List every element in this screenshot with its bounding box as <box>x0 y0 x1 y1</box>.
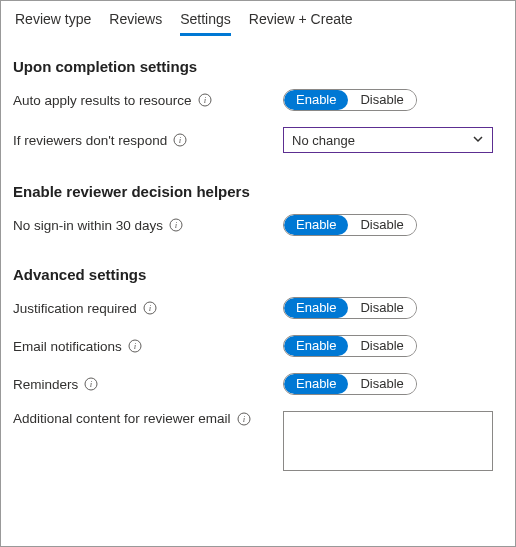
svg-text:i: i <box>134 341 137 351</box>
label-no-respond: If reviewers don't respond i <box>13 133 283 148</box>
tab-settings[interactable]: Settings <box>180 7 231 36</box>
tab-reviews[interactable]: Reviews <box>109 7 162 36</box>
select-no-respond-value: No change <box>292 133 355 148</box>
toggle-justification-enable[interactable]: Enable <box>284 298 348 318</box>
toggle-reminders-disable[interactable]: Disable <box>348 374 415 394</box>
label-auto-apply: Auto apply results to resource i <box>13 93 283 108</box>
row-no-respond: If reviewers don't respond i No change <box>13 127 503 153</box>
row-no-signin: No sign-in within 30 days i Enable Disab… <box>13 214 503 236</box>
svg-text:i: i <box>149 303 152 313</box>
label-reminders: Reminders i <box>13 377 283 392</box>
label-additional-content-text: Additional content for reviewer email <box>13 411 231 426</box>
label-reminders-text: Reminders <box>13 377 78 392</box>
section-title-advanced: Advanced settings <box>13 266 503 283</box>
label-email-notif: Email notifications i <box>13 339 283 354</box>
toggle-email-notif-enable[interactable]: Enable <box>284 336 348 356</box>
label-justification-text: Justification required <box>13 301 137 316</box>
label-no-respond-text: If reviewers don't respond <box>13 133 167 148</box>
content-area: Upon completion settings Auto apply resu… <box>1 36 515 497</box>
label-no-signin-text: No sign-in within 30 days <box>13 218 163 233</box>
settings-panel: Review type Reviews Settings Review + Cr… <box>0 0 516 547</box>
toggle-auto-apply-enable[interactable]: Enable <box>284 90 348 110</box>
toggle-auto-apply-disable[interactable]: Disable <box>348 90 415 110</box>
select-no-respond[interactable]: No change <box>283 127 493 153</box>
label-additional-content: Additional content for reviewer email i <box>13 411 283 426</box>
textarea-additional-content[interactable] <box>283 411 493 471</box>
tab-review-type[interactable]: Review type <box>15 7 91 36</box>
label-auto-apply-text: Auto apply results to resource <box>13 93 192 108</box>
info-icon[interactable]: i <box>198 93 212 107</box>
chevron-down-icon <box>472 133 484 148</box>
section-title-helpers: Enable reviewer decision helpers <box>13 183 503 200</box>
info-icon[interactable]: i <box>128 339 142 353</box>
row-justification: Justification required i Enable Disable <box>13 297 503 319</box>
row-additional-content: Additional content for reviewer email i <box>13 411 503 471</box>
svg-text:i: i <box>242 414 245 424</box>
toggle-no-signin[interactable]: Enable Disable <box>283 214 417 236</box>
info-icon[interactable]: i <box>169 218 183 232</box>
label-justification: Justification required i <box>13 301 283 316</box>
label-email-notif-text: Email notifications <box>13 339 122 354</box>
info-icon[interactable]: i <box>143 301 157 315</box>
toggle-email-notif-disable[interactable]: Disable <box>348 336 415 356</box>
toggle-auto-apply[interactable]: Enable Disable <box>283 89 417 111</box>
toggle-reminders[interactable]: Enable Disable <box>283 373 417 395</box>
tab-review-create[interactable]: Review + Create <box>249 7 353 36</box>
svg-text:i: i <box>90 379 93 389</box>
row-reminders: Reminders i Enable Disable <box>13 373 503 395</box>
info-icon[interactable]: i <box>173 133 187 147</box>
row-email-notif: Email notifications i Enable Disable <box>13 335 503 357</box>
toggle-no-signin-disable[interactable]: Disable <box>348 215 415 235</box>
toggle-justification[interactable]: Enable Disable <box>283 297 417 319</box>
toggle-reminders-enable[interactable]: Enable <box>284 374 348 394</box>
label-no-signin: No sign-in within 30 days i <box>13 218 283 233</box>
info-icon[interactable]: i <box>237 412 251 426</box>
tab-strip: Review type Reviews Settings Review + Cr… <box>1 1 515 36</box>
svg-text:i: i <box>179 135 182 145</box>
svg-text:i: i <box>175 220 178 230</box>
toggle-justification-disable[interactable]: Disable <box>348 298 415 318</box>
svg-text:i: i <box>203 95 206 105</box>
toggle-no-signin-enable[interactable]: Enable <box>284 215 348 235</box>
section-title-completion: Upon completion settings <box>13 58 503 75</box>
info-icon[interactable]: i <box>84 377 98 391</box>
toggle-email-notif[interactable]: Enable Disable <box>283 335 417 357</box>
row-auto-apply: Auto apply results to resource i Enable … <box>13 89 503 111</box>
